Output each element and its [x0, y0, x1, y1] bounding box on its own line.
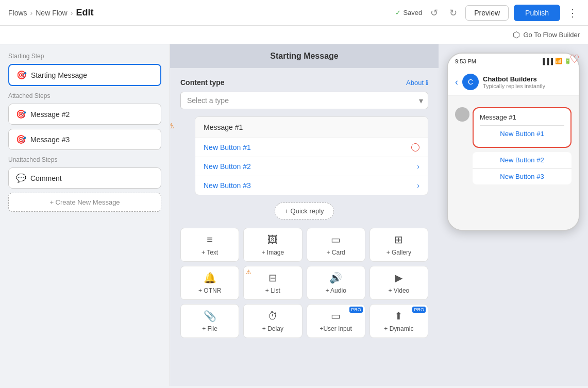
- phone-back-button[interactable]: ‹: [455, 77, 458, 88]
- video-icon: ▶: [395, 272, 402, 284]
- message-block-wrapper: ⚠ Message #1 New Button #1 New Button #2…: [180, 116, 428, 195]
- add-content-grid: ≡ + Text 🖼 + Image ▭ + Card ⊞ + Gallery …: [180, 228, 428, 338]
- phone-user-avatar: [455, 107, 469, 122]
- topbar: Flows › New Flow › Edit ✓ Saved ↺ ↻ Prev…: [0, 0, 588, 26]
- wifi-icon: 📶: [555, 58, 562, 64]
- sidebar-message-3[interactable]: 🎯 Message #3: [8, 129, 161, 150]
- sidebar-message-2[interactable]: 🎯 Message #2: [8, 104, 161, 125]
- dynamic-icon: ⬆: [394, 310, 403, 322]
- add-user-input-button[interactable]: PRO ▭ +User Input: [307, 304, 365, 338]
- quick-reply-button[interactable]: + Quick reply: [275, 203, 333, 220]
- heart-icon: ♡: [569, 53, 580, 66]
- phone-avatar: C: [462, 74, 479, 90]
- comment-icon: 💬: [16, 173, 26, 183]
- button-row-2[interactable]: New Button #2 ›: [195, 157, 428, 176]
- button-row-1[interactable]: New Button #1: [195, 138, 428, 157]
- sidebar: Starting Step 🎯 Starting Message Attache…: [0, 44, 170, 386]
- main-layout: Starting Step 🎯 Starting Message Attache…: [0, 44, 588, 386]
- phone-signals: ▐▐▐ 📶 🔋: [541, 58, 572, 64]
- redo-button[interactable]: ↻: [446, 5, 460, 21]
- goto-flow-builder-link[interactable]: ⬡ Go To Flow Builder: [513, 30, 580, 40]
- phone-chat-info: Chatbot Builders Typically replies insta…: [483, 75, 545, 89]
- image-icon: 🖼: [267, 234, 278, 246]
- undo-button[interactable]: ↺: [427, 5, 441, 21]
- text-label: + Text: [201, 249, 218, 256]
- card-icon: ▭: [331, 233, 341, 246]
- breadcrumb-flows[interactable]: Flows: [8, 9, 27, 17]
- add-card-button[interactable]: ▭ + Card: [307, 228, 365, 262]
- content-type-label: Content type: [180, 78, 225, 87]
- step-icon-3: 🎯: [16, 134, 26, 144]
- panel-body: Content type About ℹ Select a type ▾ ⚠ M…: [170, 68, 439, 348]
- flow-builder-icon: ⬡: [513, 30, 520, 40]
- add-list-button[interactable]: ⚠ ⊟ + List: [243, 266, 302, 300]
- message-3-label: Message #3: [30, 136, 70, 144]
- add-dynamic-button[interactable]: PRO ⬆ + Dynamic: [369, 304, 428, 338]
- audio-icon: 🔊: [329, 272, 342, 284]
- add-video-button[interactable]: ▶ + Video: [369, 266, 428, 300]
- select-type-wrapper: Select a type ▾: [180, 92, 428, 109]
- starting-step-label: Starting Step: [8, 53, 161, 60]
- goto-flow-builder-label: Go To Flow Builder: [523, 31, 580, 39]
- image-label: + Image: [262, 249, 284, 256]
- phone-chat-header: ‹ C Chatbot Builders Typically replies i…: [448, 69, 579, 96]
- add-text-button[interactable]: ≡ + Text: [180, 228, 239, 262]
- phone-user-row: Message #1 New Button #1 New Button #2 N…: [455, 107, 572, 184]
- add-delay-button[interactable]: ⏱ + Delay: [243, 304, 302, 338]
- message-header: Message #1: [195, 117, 428, 138]
- chat-name: Chatbot Builders: [483, 75, 545, 83]
- add-audio-button[interactable]: 🔊 + Audio: [307, 266, 365, 300]
- select-type-dropdown[interactable]: Select a type: [180, 92, 428, 109]
- text-icon: ≡: [207, 234, 213, 246]
- delay-icon: ⏱: [267, 310, 278, 322]
- button-3-arrow: ›: [417, 181, 419, 190]
- topbar-right: ✓ Saved ↺ ↻ Preview Publish ⋮: [395, 5, 580, 21]
- add-file-button[interactable]: 📎 + File: [180, 304, 239, 338]
- info-icon: ℹ: [426, 79, 428, 87]
- breadcrumb-sep-2: ›: [71, 9, 73, 17]
- publish-button[interactable]: Publish: [514, 5, 560, 21]
- message-2-label: Message #2: [30, 110, 70, 119]
- button-1-radio: [411, 143, 419, 151]
- button-row-3[interactable]: New Button #3 ›: [195, 176, 428, 195]
- more-options-button[interactable]: ⋮: [565, 5, 580, 21]
- video-label: + Video: [388, 287, 409, 294]
- sidebar-comment[interactable]: 💬 Comment: [8, 167, 161, 189]
- user-input-label: +User Input: [320, 325, 351, 332]
- about-text: About: [406, 79, 424, 87]
- about-link[interactable]: About ℹ: [406, 79, 428, 87]
- signal-icon: ▐▐▐: [541, 58, 553, 64]
- check-icon: ✓: [395, 9, 401, 16]
- phone-btn-2[interactable]: New Button #2: [473, 152, 572, 168]
- otnr-label: + OTNR: [198, 287, 221, 294]
- phone-extra-buttons: New Button #2 New Button #3: [473, 152, 572, 184]
- delay-label: + Delay: [262, 325, 283, 332]
- user-input-pro-badge: PRO: [349, 307, 363, 313]
- file-label: + File: [202, 325, 217, 332]
- phone-status-bar: 9:53 PM ▐▐▐ 📶 🔋: [448, 54, 579, 69]
- goto-bar: ⬡ Go To Flow Builder: [0, 26, 588, 44]
- breadcrumb-edit: Edit: [76, 7, 93, 18]
- breadcrumb: Flows › New Flow › Edit: [8, 7, 93, 18]
- add-gallery-button[interactable]: ⊞ + Gallery: [369, 228, 428, 262]
- phone-bubble-container: Message #1 New Button #1 New Button #2 N…: [473, 107, 572, 184]
- gallery-icon: ⊞: [394, 233, 403, 246]
- saved-indicator: ✓ Saved: [395, 9, 422, 16]
- list-label: + List: [265, 287, 280, 294]
- sidebar-starting-message[interactable]: 🎯 Starting Message: [8, 64, 161, 86]
- list-warning-icon: ⚠: [246, 268, 251, 276]
- saved-text: Saved: [403, 9, 422, 16]
- phone-message-bubble: Message #1 New Button #1: [473, 107, 572, 148]
- phone-btn-1[interactable]: New Button #1: [480, 125, 564, 142]
- preview-button[interactable]: Preview: [465, 5, 509, 21]
- create-new-message-button[interactable]: + Create New Message: [8, 193, 161, 212]
- dynamic-pro-badge: PRO: [412, 307, 426, 313]
- breadcrumb-new-flow[interactable]: New Flow: [36, 9, 67, 17]
- audio-label: + Audio: [325, 287, 346, 294]
- add-otnr-button[interactable]: 🔔 + OTNR: [180, 266, 239, 300]
- gallery-label: + Gallery: [387, 249, 411, 256]
- target-icon: 🎯: [16, 70, 27, 80]
- phone-btn-3[interactable]: New Button #3: [473, 168, 572, 184]
- add-image-button[interactable]: 🖼 + Image: [243, 228, 302, 262]
- step-icon-2: 🎯: [16, 109, 26, 119]
